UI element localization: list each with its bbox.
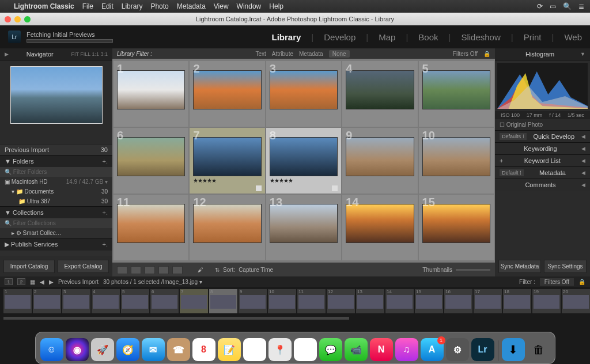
filmstrip-path[interactable]: Previous Import [58,279,99,285]
dock-trash-icon[interactable]: 🗑 [527,338,550,361]
collections-header[interactable]: ▼ Collections+. [0,206,112,218]
panel-keyword-list[interactable]: +Keyword List◀ [495,154,590,166]
thumbnail-cell[interactable]: 7★★★★★ [190,128,264,194]
filmstrip-thumb[interactable]: 14 [385,289,414,313]
nav-back-icon[interactable]: ◀ [40,279,44,285]
collections-filter[interactable]: 🔍 Filter Collections [0,218,112,228]
dock-launchpad-icon[interactable]: 🚀 [91,338,114,361]
dock-photos-icon[interactable]: ✿ [294,338,317,361]
filter-lock-icon[interactable]: 🔒 [578,279,585,285]
sort-direction-icon[interactable]: ⇅ [215,267,220,273]
status-sync-icon[interactable]: ⟳ [537,2,543,10]
loupe-view-icon[interactable] [131,266,141,274]
filter-metadata[interactable]: Metadata [299,51,323,57]
painter-icon[interactable]: 🖌 [198,267,203,273]
thumbnail-cell[interactable]: 14 [342,195,417,260]
menu-edit[interactable]: Edit [101,2,114,10]
close-button[interactable] [5,16,11,22]
filmstrip-thumb[interactable]: 10 [268,289,296,313]
thumbnail-cell[interactable]: 5 [419,61,494,127]
filmstrip-thumb[interactable]: 11 [297,289,326,313]
filmstrip[interactable]: 1234567891011121314151617181920 [0,287,590,317]
folder-documents[interactable]: ▾ 📁 Documents30 [0,187,112,196]
dock-contacts-icon[interactable]: ☎ [167,338,190,361]
dock-news-icon[interactable]: N [370,338,393,361]
menu-metadata[interactable]: Metadata [177,2,206,10]
folders-filter[interactable]: 🔍 Filter Folders [0,167,112,177]
dock-siri-icon[interactable]: ◉ [66,338,89,361]
nav-fwd-icon[interactable]: ▶ [49,279,54,285]
thumbnail-cell[interactable]: 8★★★★★ [266,128,341,194]
filter-text[interactable]: Text [255,51,266,57]
filmstrip-thumb[interactable]: 20 [562,289,590,313]
folder-ultra387[interactable]: 📁 Ultra 38730 [0,196,112,206]
dock-calendar-icon[interactable]: 8 [192,338,215,361]
filmstrip-thumb[interactable]: 7 [180,289,208,313]
filter-none[interactable]: None [329,50,350,58]
folders-header[interactable]: ▼ Folders+. [0,155,112,167]
dock-messages-icon[interactable]: 💬 [319,338,342,361]
thumbnail-cell[interactable]: 6 [114,128,188,194]
thumbnail-cell[interactable]: 3 [266,61,341,127]
import-catalog-button[interactable]: Import Catalog [3,260,55,273]
navigator-header[interactable]: ▶Navigator FIT FILL 1:1 3:1 [0,48,112,60]
menu-photo[interactable]: Photo [150,2,168,10]
menu-help[interactable]: Help [269,2,283,10]
menu-window[interactable]: Window [237,2,262,10]
filmstrip-thumb[interactable]: 5 [121,289,149,313]
sync-settings-button[interactable]: Sync Settings [544,260,587,273]
panel-comments[interactable]: Comments◀ [495,179,590,191]
dock-lightroom-icon[interactable]: Lr [471,338,494,361]
sync-metadata-button[interactable]: Sync Metadata [498,260,541,273]
minimize-button[interactable] [14,16,21,22]
dock-notes-icon[interactable]: 📝 [218,338,241,361]
original-photo-checkbox[interactable]: ☐ Original Photo [495,119,590,130]
app-menu[interactable]: Lightroom Classic [14,2,74,10]
module-web[interactable]: Web [564,32,582,42]
smart-collections[interactable]: ▸ ⚙ Smart Collec… [0,228,112,238]
module-book[interactable]: Book [418,32,438,42]
panel-keywording[interactable]: Keywording◀ [495,142,590,154]
navigator-preview[interactable] [10,66,103,124]
thumbnail-cell[interactable]: 9 [342,128,417,194]
dock-downloads-icon[interactable]: ⬇ [502,338,525,361]
dock-reminders-icon[interactable]: ☑ [243,338,266,361]
monitor-2[interactable]: 2 [17,278,25,285]
filmstrip-thumb[interactable]: 18 [503,289,531,313]
menu-file[interactable]: File [82,2,93,10]
grid-view-icon[interactable] [117,266,127,274]
survey-view-icon[interactable] [158,266,169,274]
filmstrip-thumb[interactable]: 9 [239,289,267,313]
thumbnail-cell[interactable]: 12 [190,195,264,260]
compare-view-icon[interactable] [145,266,155,274]
filmstrip-filter-value[interactable]: Filters Off [540,278,574,286]
export-catalog-button[interactable]: Export Catalog [58,260,109,273]
filters-off[interactable]: Filters Off [453,51,478,57]
module-slideshow[interactable]: Slideshow [461,32,500,42]
previous-import-row[interactable]: Previous Import30 [0,144,112,155]
dock-mail-icon[interactable]: ✉ [142,338,165,361]
dock-appstore-icon[interactable]: A1 [421,338,444,361]
panel-quick-develop[interactable]: Defaults ⁞Quick Develop◀ [495,130,590,142]
dock-facetime-icon[interactable]: 📹 [345,338,368,361]
status-display-icon[interactable]: ▭ [550,2,556,10]
filmstrip-thumb[interactable]: 1 [3,289,32,313]
dock-preferences-icon[interactable]: ⚙ [446,338,469,361]
filmstrip-thumb[interactable]: 2 [33,289,61,313]
thumbnail-cell[interactable]: 13 [266,195,341,260]
module-library[interactable]: Library [271,32,301,42]
filmstrip-thumb[interactable]: 17 [474,289,502,313]
filmstrip-thumb[interactable]: 12 [327,289,355,313]
filmstrip-thumb[interactable]: 4 [92,289,120,313]
dock-safari-icon[interactable]: 🧭 [116,338,139,361]
module-print[interactable]: Print [524,32,542,42]
histogram-header[interactable]: Histogram▼ [495,48,590,60]
filmstrip-thumb[interactable]: 19 [532,289,561,313]
filmstrip-thumb[interactable]: 3 [62,289,90,313]
thumbnail-cell[interactable]: 15 [419,195,494,260]
publish-header[interactable]: ▶ Publish Services+. [0,238,112,251]
filmstrip-thumb[interactable]: 16 [444,289,472,313]
dock-maps-icon[interactable]: 📍 [268,338,292,361]
thumbnail-cell[interactable]: 11 [114,195,188,260]
module-develop[interactable]: Develop [324,32,355,42]
